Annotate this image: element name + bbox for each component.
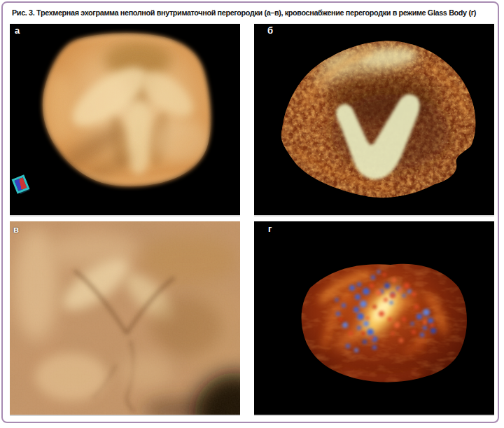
- panel-a-label: а: [15, 25, 20, 36]
- panel-b-label: б: [267, 25, 273, 36]
- panel-d-label: г: [268, 223, 272, 234]
- panel-c-label: в: [13, 224, 19, 235]
- orientation-cube-icon: [12, 174, 33, 195]
- figure-caption: Рис. 3. Трехмерная эхограмма неполной вн…: [12, 8, 495, 17]
- panel-b-echogram: б: [254, 24, 494, 215]
- panel-a-echogram: а: [10, 24, 240, 215]
- panel-d-glassbody: г: [254, 221, 494, 415]
- ultrasound-render-c: [10, 221, 240, 415]
- ultrasound-render-d: [254, 221, 494, 415]
- ultrasound-render-a: [10, 24, 240, 215]
- panel-c-echogram: в: [10, 221, 240, 415]
- ultrasound-render-b: [254, 24, 494, 215]
